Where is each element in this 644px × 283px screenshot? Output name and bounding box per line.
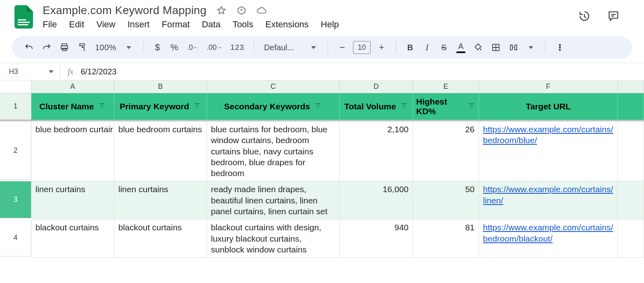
spreadsheet-grid[interactable]: A B C D E F 1 Cluster Name Primary Keywo… <box>0 80 644 258</box>
menu-tools[interactable]: Tools <box>233 19 253 30</box>
header-cluster-name[interactable]: Cluster Name <box>31 93 114 120</box>
formula-bar: H3 fx 6/12/2023 <box>0 63 644 80</box>
cell-e2[interactable]: 26 <box>413 121 479 181</box>
row-header-1[interactable]: 1 <box>0 93 31 120</box>
col-header-b[interactable]: B <box>114 80 207 93</box>
cell-c3[interactable]: ready made linen drapes, beautiful linen… <box>207 181 340 219</box>
svg-point-7 <box>559 49 560 50</box>
link[interactable]: bedroom/blackout/ <box>483 233 553 244</box>
header-blank[interactable] <box>618 93 644 120</box>
cell-e3[interactable]: 50 <box>413 181 479 219</box>
strikethrough-button[interactable]: S <box>438 40 450 55</box>
col-header-c[interactable]: C <box>207 80 340 93</box>
menu-help[interactable]: Help <box>321 19 339 30</box>
col-header-a[interactable]: A <box>31 80 114 93</box>
sheets-logo[interactable] <box>14 5 33 29</box>
cell-d2[interactable]: 2,100 <box>340 121 413 181</box>
menu-data[interactable]: Data <box>202 19 220 30</box>
name-box-dropdown-icon[interactable] <box>49 70 54 73</box>
link[interactable]: bedroom/blue/ <box>483 135 537 146</box>
cell-b3[interactable]: linen curtains <box>114 181 207 219</box>
link[interactable]: https://www.example.com/curtains/ <box>483 124 613 135</box>
row-header-3[interactable]: 3 <box>0 181 31 218</box>
borders-button[interactable] <box>489 40 502 55</box>
separator <box>545 41 545 53</box>
format-currency-button[interactable]: $ <box>151 40 163 55</box>
star-icon[interactable] <box>216 5 227 16</box>
header-highest-kd[interactable]: Highest KD% <box>413 93 479 120</box>
cell-g3[interactable] <box>618 181 644 219</box>
cell-a2[interactable]: blue bedroom curtair <box>31 121 114 181</box>
select-all-corner[interactable] <box>0 80 31 93</box>
filter-icon[interactable] <box>400 102 408 112</box>
col-header-f[interactable]: F <box>479 80 618 93</box>
link[interactable]: https://www.example.com/curtains/ <box>483 184 613 195</box>
menu-view[interactable]: View <box>96 19 115 30</box>
cell-g4[interactable] <box>618 219 644 258</box>
undo-button[interactable] <box>23 40 35 55</box>
menu-insert[interactable]: Insert <box>128 19 150 30</box>
col-header-e[interactable]: E <box>413 80 479 93</box>
link[interactable]: https://www.example.com/curtains/ <box>483 222 613 233</box>
font-family-select[interactable]: Defaul... <box>262 40 303 55</box>
row-header-4[interactable]: 4 <box>0 219 31 256</box>
move-icon[interactable] <box>236 5 247 16</box>
redo-button[interactable] <box>40 40 53 55</box>
cell-c4[interactable]: blackout curtains with design, luxury bl… <box>207 219 340 258</box>
menu-extensions[interactable]: Extensions <box>265 19 309 30</box>
header-primary-keyword[interactable]: Primary Keyword <box>114 93 207 120</box>
decrease-decimal-button[interactable]: .0← <box>185 40 200 55</box>
link[interactable]: linen/ <box>483 195 503 206</box>
font-size-decrease-button[interactable]: − <box>336 40 348 55</box>
zoom-select[interactable]: 100% <box>93 40 118 55</box>
more-formats-button[interactable]: 123 <box>229 40 246 55</box>
filter-icon[interactable] <box>98 102 106 112</box>
cell-d4[interactable]: 940 <box>340 219 413 258</box>
header-total-volume[interactable]: Total Volume <box>340 93 413 120</box>
cell-a3[interactable]: linen curtains <box>31 181 114 219</box>
format-percent-button[interactable]: % <box>168 40 180 55</box>
print-button[interactable] <box>58 40 71 55</box>
toolbar: 100% $ % .0← .00→ 123 Defaul... − 10 + B… <box>12 36 632 59</box>
bold-button[interactable]: B <box>404 40 416 55</box>
col-header-d[interactable]: D <box>340 80 413 93</box>
increase-decimal-button[interactable]: .00→ <box>205 40 224 55</box>
merge-cells-button[interactable] <box>507 40 520 55</box>
cloud-status-icon[interactable] <box>256 5 267 16</box>
merge-dropdown-icon[interactable] <box>525 40 537 55</box>
filter-icon[interactable] <box>314 102 322 112</box>
filter-icon[interactable] <box>193 102 201 112</box>
document-title[interactable]: Example.com Keyword Mapping <box>43 4 206 17</box>
header-target-url[interactable]: Target URL <box>479 93 618 120</box>
comments-icon[interactable] <box>607 10 620 24</box>
history-icon[interactable] <box>578 10 591 24</box>
name-box[interactable]: H3 <box>0 63 60 80</box>
cell-f4[interactable]: https://www.example.com/curtains/bedroom… <box>479 219 618 258</box>
col-header-g[interactable] <box>618 80 644 93</box>
cell-g2[interactable] <box>618 121 644 181</box>
cell-b4[interactable]: blackout curtains <box>114 219 207 258</box>
formula-input[interactable]: 6/12/2023 <box>80 67 116 76</box>
more-toolbar-button[interactable] <box>553 40 566 55</box>
cell-a4[interactable]: blackout curtains <box>31 219 114 258</box>
menu-format[interactable]: Format <box>162 19 190 30</box>
menu-file[interactable]: File <box>43 19 57 30</box>
menu-edit[interactable]: Edit <box>69 19 84 30</box>
zoom-dropdown-icon[interactable] <box>123 40 135 55</box>
header-secondary-keywords[interactable]: Secondary Keywords <box>207 93 340 120</box>
row-header-2[interactable]: 2 <box>0 121 31 180</box>
font-size-increase-button[interactable]: + <box>376 40 388 55</box>
cell-c2[interactable]: blue curtains for bedroom, blue window c… <box>207 121 340 181</box>
filter-icon[interactable] <box>467 102 475 112</box>
italic-button[interactable]: I <box>421 40 433 55</box>
fill-color-button[interactable] <box>472 40 485 55</box>
cell-f2[interactable]: https://www.example.com/curtains/bedroom… <box>479 121 618 181</box>
font-dropdown-icon[interactable] <box>308 40 320 55</box>
text-color-button[interactable]: A <box>455 40 467 55</box>
cell-e4[interactable]: 81 <box>413 219 479 258</box>
cell-b2[interactable]: blue bedroom curtains <box>114 121 207 181</box>
paint-format-button[interactable] <box>76 40 89 55</box>
cell-d3[interactable]: 16,000 <box>340 181 413 219</box>
cell-f3[interactable]: https://www.example.com/curtains/linen/ <box>479 181 618 219</box>
font-size-input[interactable]: 10 <box>353 41 371 54</box>
